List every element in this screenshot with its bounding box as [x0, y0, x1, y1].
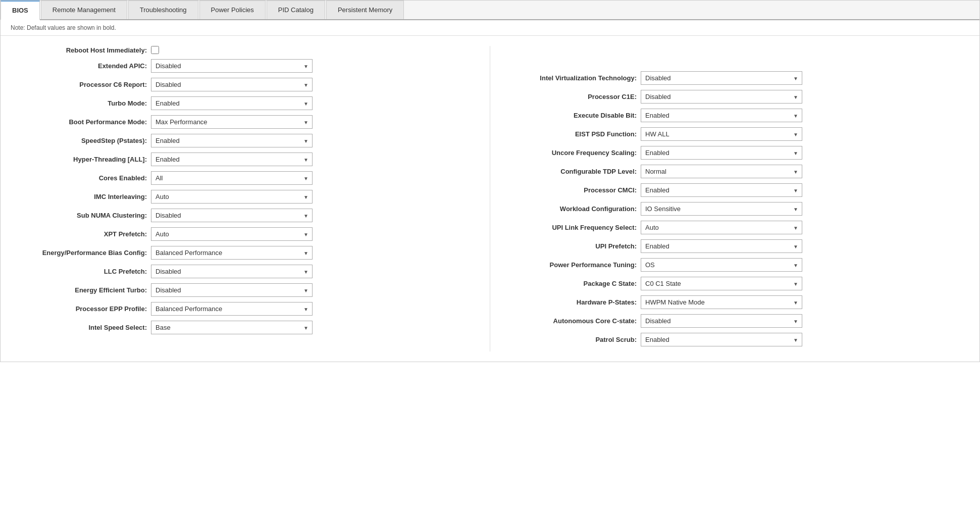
left-select-wrapper-5: EnabledDisabled — [151, 153, 313, 166]
right-select-0[interactable]: DisabledEnabled — [641, 71, 802, 85]
right-field-label-0: Intel Virtualization Technology: — [505, 74, 637, 82]
right-column: Intel Virtualization Technology:Disabled… — [495, 46, 974, 351]
left-select-13[interactable]: Balanced PerformanceMax PerformancePower… — [151, 302, 313, 316]
right-field-row-12: Hardware P-States:HWPM Native ModeDisabl… — [505, 295, 964, 309]
right-field-label-14: Patrol Scrub: — [505, 336, 637, 343]
right-select-10[interactable]: OSBIOSPECI — [641, 258, 802, 272]
right-field-label-13: Autonomous Core C-state: — [505, 317, 637, 325]
right-field-row-11: Package C State:C0 C1 StateC2C6 Retentio… — [505, 277, 964, 290]
left-select-wrapper-14: BaseConfig 1Config 2 — [151, 321, 313, 334]
reboot-checkbox[interactable] — [151, 46, 159, 54]
left-select-4[interactable]: EnabledDisabled — [151, 134, 313, 147]
right-field-label-5: Configurable TDP Level: — [505, 168, 637, 175]
right-select-2[interactable]: EnabledDisabled — [641, 109, 802, 122]
right-field-row-9: UPI Prefetch:EnabledDisabledAuto — [505, 239, 964, 253]
right-select-12[interactable]: HWPM Native ModeDisabledNative ModeOOB M… — [641, 295, 802, 309]
main-container: BIOS Remote Management Troubleshooting P… — [0, 0, 980, 362]
right-select-wrapper-7: IO SensitiveNUMAUMA — [641, 202, 802, 216]
left-select-8[interactable]: DisabledEnabledAuto — [151, 209, 313, 222]
left-select-7[interactable]: Auto1-way2-way — [151, 190, 313, 204]
right-select-wrapper-5: NormalLevel 1Level 2 — [641, 165, 802, 178]
right-select-6[interactable]: EnabledDisabled — [641, 183, 802, 197]
right-select-4[interactable]: EnabledDisabled — [641, 146, 802, 160]
left-field-label-1: Processor C6 Report: — [16, 81, 147, 88]
right-select-7[interactable]: IO SensitiveNUMAUMA — [641, 202, 802, 216]
left-field-label-5: Hyper-Threading [ALL]: — [16, 156, 147, 163]
left-field-label-9: XPT Prefetch: — [16, 230, 147, 238]
left-select-10[interactable]: Balanced PerformanceMax PerformanceEnerg… — [151, 246, 313, 260]
right-select-8[interactable]: Auto9.6GT/s10.4GT/s — [641, 221, 802, 234]
right-field-label-2: Execute Disable Bit: — [505, 112, 637, 119]
right-field-row-7: Workload Configuration:IO SensitiveNUMAU… — [505, 202, 964, 216]
bios-content: Reboot Host Immediately: Extended APIC:D… — [1, 36, 979, 362]
right-select-wrapper-2: EnabledDisabled — [641, 109, 802, 122]
left-select-11[interactable]: DisabledEnabled — [151, 265, 313, 278]
tab-power-policies[interactable]: Power Policies — [199, 1, 266, 19]
left-select-1[interactable]: DisabledEnabledAuto — [151, 78, 313, 91]
right-select-1[interactable]: DisabledEnabledAuto — [641, 90, 802, 104]
left-field-label-10: Energy/Performance Bias Config: — [16, 249, 147, 257]
left-select-wrapper-6: All12468 — [151, 171, 313, 185]
right-select-13[interactable]: DisabledEnabled — [641, 314, 802, 328]
left-select-wrapper-13: Balanced PerformanceMax PerformancePower… — [151, 302, 313, 316]
right-field-row-8: UPI Link Frequency Select:Auto9.6GT/s10.… — [505, 221, 964, 234]
left-field-row-7: IMC Interleaving:Auto1-way2-way — [16, 190, 475, 204]
right-select-3[interactable]: HW ALLSW ALLSW ANY — [641, 127, 802, 141]
tab-remote-management[interactable]: Remote Management — [41, 1, 127, 19]
left-field-row-3: Boot Performance Mode:Max PerformanceBal… — [16, 115, 475, 129]
right-select-wrapper-14: EnabledDisabled — [641, 333, 802, 346]
right-select-9[interactable]: EnabledDisabledAuto — [641, 239, 802, 253]
right-select-wrapper-11: C0 C1 StateC2C6 RetentionNo Limit — [641, 277, 802, 290]
right-field-row-10: Power Performance Tuning:OSBIOSPECI — [505, 258, 964, 272]
left-field-label-8: Sub NUMA Clustering: — [16, 212, 147, 219]
left-field-label-7: IMC Interleaving: — [16, 193, 147, 200]
left-field-label-12: Energy Efficient Turbo: — [16, 286, 147, 294]
right-fields: Intel Virtualization Technology:Disabled… — [505, 46, 964, 346]
tab-persistent-memory[interactable]: Persistent Memory — [326, 1, 404, 19]
left-select-6[interactable]: All12468 — [151, 171, 313, 185]
tab-troubleshooting[interactable]: Troubleshooting — [128, 1, 198, 19]
left-select-2[interactable]: EnabledDisabled — [151, 96, 313, 110]
left-field-row-14: Intel Speed Select:BaseConfig 1Config 2 — [16, 321, 475, 334]
left-field-label-11: LLC Prefetch: — [16, 268, 147, 275]
right-field-row-0: Intel Virtualization Technology:Disabled… — [505, 71, 964, 85]
left-field-row-10: Energy/Performance Bias Config:Balanced … — [16, 246, 475, 260]
left-field-row-13: Processor EPP Profile:Balanced Performan… — [16, 302, 475, 316]
right-field-label-12: Hardware P-States: — [505, 298, 637, 306]
right-field-row-5: Configurable TDP Level:NormalLevel 1Leve… — [505, 165, 964, 178]
left-field-row-1: Processor C6 Report:DisabledEnabledAuto — [16, 78, 475, 91]
right-select-wrapper-4: EnabledDisabled — [641, 146, 802, 160]
right-select-wrapper-12: HWPM Native ModeDisabledNative ModeOOB M… — [641, 295, 802, 309]
right-select-14[interactable]: EnabledDisabled — [641, 333, 802, 346]
right-select-wrapper-1: DisabledEnabledAuto — [641, 90, 802, 104]
left-select-wrapper-9: AutoEnabledDisabled — [151, 227, 313, 241]
right-field-row-2: Execute Disable Bit:EnabledDisabled — [505, 109, 964, 122]
left-select-12[interactable]: DisabledEnabled — [151, 283, 313, 297]
left-select-wrapper-7: Auto1-way2-way — [151, 190, 313, 204]
right-field-row-13: Autonomous Core C-state:DisabledEnabled — [505, 314, 964, 328]
left-select-3[interactable]: Max PerformanceBalanced PerformanceEnerg… — [151, 115, 313, 129]
column-divider — [490, 46, 490, 351]
left-select-5[interactable]: EnabledDisabled — [151, 153, 313, 166]
left-field-label-0: Extended APIC: — [16, 62, 147, 70]
tab-bios[interactable]: BIOS — [1, 1, 40, 20]
right-select-wrapper-6: EnabledDisabled — [641, 183, 802, 197]
right-field-label-1: Processor C1E: — [505, 93, 637, 100]
right-field-row-14: Patrol Scrub:EnabledDisabled — [505, 333, 964, 346]
tab-bar: BIOS Remote Management Troubleshooting P… — [1, 1, 979, 20]
right-select-wrapper-8: Auto9.6GT/s10.4GT/s — [641, 221, 802, 234]
right-field-label-7: Workload Configuration: — [505, 205, 637, 213]
left-field-row-4: SpeedStep (Pstates):EnabledDisabled — [16, 134, 475, 147]
left-field-row-0: Extended APIC:DisabledEnabledXAPICX2APIC — [16, 59, 475, 73]
right-field-label-11: Package C State: — [505, 280, 637, 287]
tab-pid-catalog[interactable]: PID Catalog — [267, 1, 325, 19]
right-select-wrapper-0: DisabledEnabled — [641, 71, 802, 85]
left-select-wrapper-8: DisabledEnabledAuto — [151, 209, 313, 222]
right-select-5[interactable]: NormalLevel 1Level 2 — [641, 165, 802, 178]
right-select-11[interactable]: C0 C1 StateC2C6 RetentionNo Limit — [641, 277, 802, 290]
left-select-0[interactable]: DisabledEnabledXAPICX2APIC — [151, 59, 313, 73]
right-select-wrapper-10: OSBIOSPECI — [641, 258, 802, 272]
left-select-9[interactable]: AutoEnabledDisabled — [151, 227, 313, 241]
left-select-14[interactable]: BaseConfig 1Config 2 — [151, 321, 313, 334]
right-field-label-6: Processor CMCI: — [505, 186, 637, 194]
